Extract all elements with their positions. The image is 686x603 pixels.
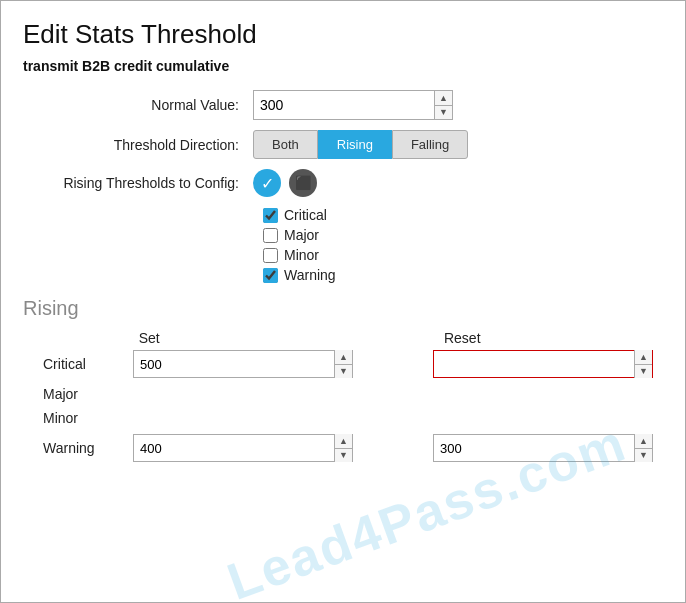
critical-reset-up[interactable]: ▲ [635,350,652,365]
threshold-direction-row: Threshold Direction: Both Rising Falling [23,130,663,159]
critical-label: Critical [43,356,133,372]
rising-config-row: Rising Thresholds to Config: ✓ ⬛ [23,169,663,197]
normal-value-arrows: ▲ ▼ [434,91,452,119]
critical-set-input[interactable] [134,354,334,375]
rising-section-label: Rising [23,297,663,320]
table-row-major: Major [43,386,663,402]
rising-table: Set Reset Critical ▲ ▼ ▲ ▼ [43,330,663,462]
config-icons: ✓ ⬛ [253,169,317,197]
warning-label: Warning [43,440,133,456]
direction-rising-button[interactable]: Rising [318,130,392,159]
normal-value-input[interactable] [254,93,434,117]
checkbox-warning-row[interactable]: Warning [263,267,336,283]
checkbox-critical[interactable] [263,208,278,223]
checkbox-warning-label: Warning [284,267,336,283]
checkbox-minor-row[interactable]: Minor [263,247,336,263]
direction-both-button[interactable]: Both [253,130,318,159]
critical-reset-input[interactable] [434,354,634,375]
rising-config-label: Rising Thresholds to Config: [23,175,253,191]
config-dark-icon[interactable]: ⬛ [289,169,317,197]
table-row-warning: Warning ▲ ▼ ▲ ▼ [43,434,663,462]
checkbox-major[interactable] [263,228,278,243]
warning-set-arrows: ▲ ▼ [334,434,352,462]
config-check-icon[interactable]: ✓ [253,169,281,197]
checkbox-critical-label: Critical [284,207,327,223]
table-header: Set Reset [43,330,663,346]
critical-set-down[interactable]: ▼ [335,365,352,379]
checkbox-minor-label: Minor [284,247,319,263]
checkbox-major-row[interactable]: Major [263,227,336,243]
critical-reset-down[interactable]: ▼ [635,365,652,379]
warning-set-down[interactable]: ▼ [335,449,352,463]
spacer-col [358,330,434,346]
table-row-critical: Critical ▲ ▼ ▲ ▼ [43,350,663,378]
edit-stats-threshold-dialog: Edit Stats Threshold transmit B2B credit… [0,0,686,603]
normal-value-row: Normal Value: ▲ ▼ [23,90,663,120]
warning-set-spinbox[interactable]: ▲ ▼ [133,434,353,462]
major-label: Major [43,386,133,402]
direction-falling-button[interactable]: Falling [392,130,468,159]
direction-group: Both Rising Falling [253,130,468,159]
critical-set-up[interactable]: ▲ [335,350,352,365]
reset-col-header: Reset [434,330,663,346]
subtitle: transmit B2B credit cumulative [23,58,663,74]
warning-reset-arrows: ▲ ▼ [634,434,652,462]
critical-reset-arrows: ▲ ▼ [634,350,652,378]
dialog-title: Edit Stats Threshold [23,19,663,50]
critical-set-spinbox[interactable]: ▲ ▼ [133,350,353,378]
checkbox-minor[interactable] [263,248,278,263]
threshold-checkboxes: Critical Major Minor Warning [263,207,336,283]
threshold-checkboxes-row: Critical Major Minor Warning [23,207,663,283]
critical-reset-spinbox[interactable]: ▲ ▼ [433,350,653,378]
checkbox-critical-row[interactable]: Critical [263,207,336,223]
warning-reset-up[interactable]: ▲ [635,434,652,449]
checkbox-major-label: Major [284,227,319,243]
warning-set-up[interactable]: ▲ [335,434,352,449]
normal-value-down-arrow[interactable]: ▼ [435,106,452,120]
normal-value-up-arrow[interactable]: ▲ [435,91,452,106]
warning-set-input[interactable] [134,438,334,459]
checkbox-warning[interactable] [263,268,278,283]
row-label-col-spacer [43,330,129,346]
table-row-minor: Minor [43,410,663,426]
warning-reset-down[interactable]: ▼ [635,449,652,463]
set-col-header: Set [129,330,358,346]
critical-set-arrows: ▲ ▼ [334,350,352,378]
warning-reset-spinbox[interactable]: ▲ ▼ [433,434,653,462]
threshold-direction-label: Threshold Direction: [23,137,253,153]
normal-value-spinbox[interactable]: ▲ ▼ [253,90,453,120]
normal-value-label: Normal Value: [23,97,253,113]
warning-reset-input[interactable] [434,438,634,459]
minor-label: Minor [43,410,133,426]
